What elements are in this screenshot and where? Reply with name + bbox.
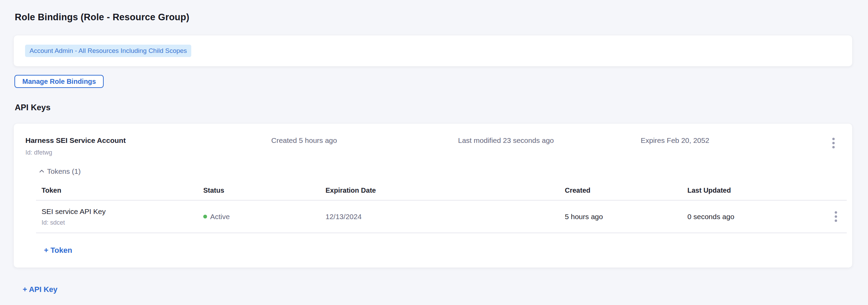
api-key-expires: Expires Feb 20, 2052 — [641, 136, 852, 145]
tokens-table: Token Status Expiration Date Created Las… — [36, 180, 847, 233]
manage-role-bindings-button[interactable]: Manage Role Bindings — [14, 75, 104, 88]
page-title: Role Bindings (Role - Resource Group) — [15, 10, 868, 24]
api-key-title-block: Harness SEI Service Account Id: dfetwg — [25, 136, 271, 157]
api-key-card: Harness SEI Service Account Id: dfetwg C… — [14, 124, 852, 268]
token-cell: SEI service API Key Id: sdcet — [36, 207, 203, 226]
api-key-menu-button[interactable] — [827, 135, 839, 150]
token-expiration-date: 12/13/2024 — [326, 213, 565, 221]
role-bindings-card: Account Admin - All Resources Including … — [14, 35, 852, 66]
token-table-row: SEI service API Key Id: sdcet Active 12/… — [36, 201, 847, 233]
column-header-expiration-date: Expiration Date — [326, 185, 565, 195]
role-binding-tag: Account Admin - All Resources Including … — [25, 45, 191, 57]
column-header-last-updated: Last Updated — [687, 185, 831, 195]
token-status: Active — [210, 213, 230, 221]
tokens-collapse-toggle[interactable]: Tokens (1) — [39, 167, 81, 176]
token-name: SEI service API Key — [42, 207, 203, 216]
add-api-key-button[interactable]: + API Key — [23, 285, 57, 294]
api-keys-heading: API Keys — [15, 102, 868, 113]
api-key-created: Created 5 hours ago — [271, 136, 458, 145]
account-details-page: Role Bindings (Role - Resource Group) Ac… — [0, 0, 868, 294]
tokens-toggle-label: Tokens (1) — [47, 167, 81, 176]
api-key-last-modified: Last modified 23 seconds ago — [458, 136, 641, 145]
add-token-button[interactable]: + Token — [44, 246, 72, 255]
chevron-up-icon — [39, 169, 44, 173]
tokens-table-header-row: Token Status Expiration Date Created Las… — [36, 180, 847, 201]
token-id: Id: sdcet — [42, 219, 203, 226]
column-header-token: Token — [36, 185, 203, 195]
column-header-created: Created — [565, 185, 687, 195]
api-key-name: Harness SEI Service Account — [25, 136, 271, 145]
api-key-header: Harness SEI Service Account Id: dfetwg C… — [14, 124, 852, 157]
token-status-cell: Active — [203, 213, 326, 221]
token-menu-button[interactable] — [831, 209, 841, 224]
column-header-status: Status — [203, 185, 326, 195]
status-active-dot-icon — [203, 215, 207, 218]
api-key-id: Id: dfetwg — [25, 148, 271, 157]
token-last-updated: 0 seconds ago — [687, 213, 831, 221]
token-created: 5 hours ago — [565, 213, 687, 221]
